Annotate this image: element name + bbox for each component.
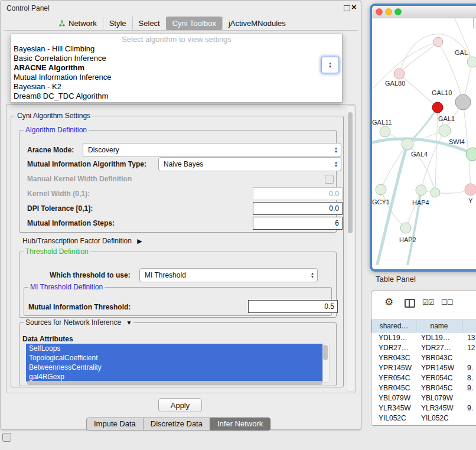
tab-style[interactable]: Style xyxy=(103,17,132,30)
column-header-shared-name[interactable]: shared… xyxy=(371,319,416,332)
tab-discretize-data[interactable]: Discretize Data xyxy=(143,418,210,431)
tab-network[interactable]: Network xyxy=(53,17,103,30)
combobox-arrows-icon: ▲▼ xyxy=(334,158,338,171)
tab-infer-network[interactable]: Infer Network xyxy=(210,418,270,431)
which-threshold-combobox[interactable]: MI Threshold ▲▼ xyxy=(139,268,318,282)
node-gal80[interactable] xyxy=(394,69,405,79)
node-y[interactable] xyxy=(465,184,476,195)
columns-icon[interactable] xyxy=(405,299,415,308)
manual-kernel-label: Manual Kernel Width Definition xyxy=(27,175,132,183)
mi-steps-field[interactable]: 6 xyxy=(253,217,343,230)
tab-select[interactable]: Select xyxy=(132,17,166,30)
popup-item-selected[interactable]: ARACNE Algorithm xyxy=(11,63,342,73)
table-row[interactable]: YPR145WYPR145W9. xyxy=(371,363,476,373)
node-hap2[interactable] xyxy=(400,223,411,233)
empty-boxes-icon[interactable]: ☐☐ xyxy=(441,298,453,306)
tab-impute-data[interactable]: Impute Data xyxy=(86,418,144,431)
settings-gear-icon[interactable]: ⚙ xyxy=(384,297,393,307)
float-panel-icon[interactable] xyxy=(344,5,350,11)
popup-item[interactable]: Bayesian - Hill Climbing xyxy=(11,44,342,54)
attribute-item[interactable]: TopologicalCoefficient xyxy=(26,353,322,363)
mi-threshold-label: Mutual Information Threshold: xyxy=(28,303,131,311)
mi-threshold-field[interactable]: 0.5 xyxy=(248,300,338,313)
node[interactable] xyxy=(433,37,443,47)
table-row[interactable]: YBL079WYBL079W xyxy=(371,393,476,403)
popup-item[interactable]: Mutual Information Inference xyxy=(11,73,342,82)
group-title: Algorithm Definition xyxy=(24,126,89,134)
algorithm-combobox-stepper[interactable]: ▲▼ xyxy=(321,57,339,73)
chevron-down-icon: ▼ xyxy=(328,65,332,69)
kernel-width-field[interactable]: 0.0 xyxy=(253,187,343,200)
popup-item[interactable]: Basic Correlation Inference xyxy=(11,54,342,63)
svg-text:Y: Y xyxy=(468,197,473,204)
network-window-titlebar[interactable] xyxy=(372,6,476,18)
minimize-traffic-light[interactable] xyxy=(386,9,392,15)
node-gal[interactable] xyxy=(467,57,476,67)
which-threshold-label: Which threshold to use: xyxy=(50,271,131,279)
attribute-item[interactable]: gal4RGexp xyxy=(26,372,322,381)
table-row[interactable]: YDR27…YDR27…12 xyxy=(371,343,476,353)
collapse-down-icon: ▼ xyxy=(126,319,132,326)
svg-text:HAP4: HAP4 xyxy=(412,199,429,206)
table-row[interactable]: YIL052CYIL052C xyxy=(371,413,476,423)
table-row[interactable]: YBR045CYBR045C9. xyxy=(371,383,476,393)
table-row[interactable]: YDL19…YDL19…13 xyxy=(371,332,476,343)
settings-scrollbar-thumb[interactable] xyxy=(348,112,353,233)
table-row[interactable]: YBR043CYBR043C xyxy=(371,353,476,363)
column-header-name[interactable]: name xyxy=(416,319,462,332)
aracne-mode-label: Aracne Mode: xyxy=(27,146,74,154)
tab-jactivemodules[interactable]: jActiveMNodules xyxy=(222,17,292,30)
tab-cyni-toolbox[interactable]: Cyni Toolbox xyxy=(166,17,222,30)
sources-toggle[interactable]: Sources for Network Inference ▼ xyxy=(24,318,133,327)
node-gcy1[interactable] xyxy=(376,184,386,195)
dpi-tolerance-label: DPI Tolerance [0,1]: xyxy=(27,204,93,213)
attribute-item[interactable]: BetweennessCentrality xyxy=(26,363,322,372)
tab-label: Network xyxy=(69,19,97,28)
aracne-mode-combobox[interactable]: Discovery ▲▼ xyxy=(83,143,341,157)
node-swi4[interactable] xyxy=(466,148,476,161)
table-row[interactable]: YLR345WYLR345W9. xyxy=(371,403,476,413)
attribute-item[interactable]: SelfLoops xyxy=(26,344,322,353)
checked-boxes-icon[interactable]: ☑☑ xyxy=(422,298,434,306)
popup-prompt: Select algorithm to view settings xyxy=(11,35,342,44)
node[interactable] xyxy=(431,188,440,197)
node-gal1[interactable] xyxy=(439,125,451,136)
zoom-traffic-light[interactable] xyxy=(395,9,402,15)
apply-button[interactable]: Apply xyxy=(158,398,202,412)
popup-item[interactable]: Dream8 DC_TDC Algorithm xyxy=(11,92,342,101)
bottom-mode-tabs: Impute Data Discretize Data Infer Networ… xyxy=(86,418,270,431)
expand-right-icon: ▶ xyxy=(137,237,142,245)
manual-kernel-checkbox[interactable] xyxy=(325,175,334,184)
svg-text:GAL11: GAL11 xyxy=(372,119,392,126)
algorithm-dropdown-popup: Select algorithm to view settings Bayesi… xyxy=(11,34,343,103)
combobox-arrows-icon: ▲▼ xyxy=(311,269,314,282)
panel-title: Control Panel xyxy=(6,4,50,12)
svg-text:GAL: GAL xyxy=(455,49,468,56)
combobox-arrows-icon: ▲▼ xyxy=(334,144,338,156)
column-header-cut[interactable] xyxy=(462,319,476,332)
attributes-horizontal-scrollbar-thumb[interactable] xyxy=(27,381,322,385)
mi-type-combobox[interactable]: Naive Bayes ▲▼ xyxy=(158,157,341,171)
close-traffic-light[interactable] xyxy=(376,9,383,15)
node-gray[interactable] xyxy=(455,94,471,110)
mi-steps-label: Mutual Information Steps: xyxy=(27,219,115,227)
hub-definition-toggle[interactable]: Hub/Transcription Factor Definition ▶ xyxy=(22,237,142,245)
network-icon xyxy=(58,20,66,27)
table-header-row: shared… name xyxy=(371,319,476,332)
table-row[interactable]: YER054CYER054C8. xyxy=(371,373,476,383)
node-gal10[interactable] xyxy=(432,102,443,113)
svg-text:HAP2: HAP2 xyxy=(399,236,416,243)
data-attributes-label: Data Attributes xyxy=(22,335,73,343)
node-gal11[interactable] xyxy=(380,126,390,137)
birdseye-toggle[interactable] xyxy=(473,18,476,28)
network-canvas[interactable]: GAL GAL80 GAL10 GAL11 GAL1 SWI4 GAL4 GCY… xyxy=(372,18,476,265)
svg-text:GAL4: GAL4 xyxy=(411,151,428,158)
popup-item[interactable]: Bayesian - K2 xyxy=(11,82,342,92)
close-icon[interactable]: × xyxy=(351,3,357,11)
dpi-tolerance-field[interactable]: 0.0 xyxy=(253,202,343,215)
node-hap4[interactable] xyxy=(416,185,426,195)
node-gal4[interactable] xyxy=(402,138,413,150)
collapsed-panel-button[interactable] xyxy=(2,433,11,442)
tabbar-divider xyxy=(4,30,358,31)
attributes-scrollbar-thumb[interactable] xyxy=(323,345,328,360)
